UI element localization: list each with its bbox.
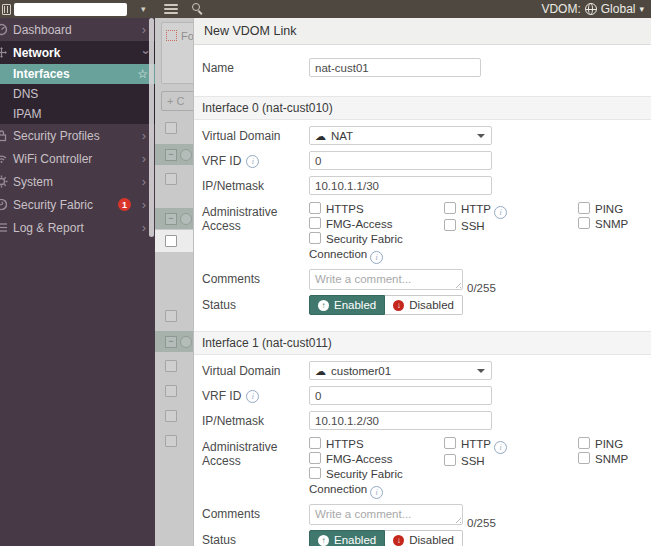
ping-checkbox[interactable] — [578, 437, 590, 449]
status-toggle: ↑ Enabled ↓ Disabled — [309, 295, 463, 315]
arrow-down-circle-icon: ↓ — [393, 535, 404, 546]
admin-access-label: Administrative Access — [202, 202, 309, 233]
chevron-right-icon: › — [142, 193, 146, 216]
security-fabric-connection-checkbox[interactable] — [309, 232, 321, 244]
fmg-access-checkbox[interactable] — [309, 217, 321, 229]
dropdown-caret-icon — [477, 369, 485, 373]
virtual-domain-select[interactable]: ☁ NAT — [309, 126, 492, 145]
virtual-domain-row: Virtual Domain ☁ customer01 — [194, 361, 651, 380]
sidebar: Dashboard › Network › Interfaces ☆ DNS I… — [0, 18, 155, 546]
new-vdom-link-panel: New VDOM Link Name Interface 0 (nat-cust… — [193, 18, 651, 546]
admin-access-row: Administrative Access HTTPS FMG-Access S… — [194, 437, 651, 499]
ip-netmask-input[interactable] — [309, 411, 492, 430]
status-toggle: ↑ Enabled ↓ Disabled — [309, 530, 463, 546]
comments-label: Comments — [202, 269, 309, 286]
checkbox-security-fabric-connection: Security Fabric Connectioni — [309, 232, 444, 264]
search-icon[interactable] — [192, 3, 204, 15]
sidebar-item-interfaces[interactable]: Interfaces ☆ — [0, 64, 155, 84]
checkbox-http: HTTPi — [444, 202, 578, 219]
vdom-cloud-icon: ☁ — [315, 131, 326, 141]
info-icon[interactable]: i — [494, 441, 507, 454]
name-input[interactable] — [309, 58, 481, 77]
virtual-domain-label: Virtual Domain — [202, 361, 309, 378]
checkbox-ping: PING — [578, 202, 651, 217]
background-table-row — [155, 356, 193, 376]
sidebar-item-ipam[interactable]: IPAM — [0, 104, 155, 124]
info-icon[interactable]: i — [246, 390, 259, 403]
grid-icon — [166, 30, 177, 41]
checkbox-ping: PING — [578, 437, 651, 452]
ping-checkbox[interactable] — [578, 202, 590, 214]
background-group-row: − — [155, 144, 193, 165]
comments-label: Comments — [202, 504, 309, 521]
info-icon[interactable]: i — [370, 486, 383, 499]
comments-textarea[interactable] — [309, 504, 463, 525]
fabric-icon — [0, 198, 8, 211]
device-caret-icon[interactable]: ▾ — [141, 3, 146, 16]
gear-icon — [0, 175, 8, 188]
vrf-id-input[interactable] — [309, 386, 492, 405]
status-label: Status — [202, 530, 309, 546]
virtual-domain-select[interactable]: ☁ customer01 — [309, 361, 492, 380]
info-icon[interactable]: i — [370, 251, 383, 264]
sidebar-item-wifi-controller[interactable]: WiFi Controller › — [0, 147, 155, 170]
background-table-row — [155, 169, 193, 189]
sidebar-item-network[interactable]: Network › — [0, 41, 155, 64]
menu-icon[interactable] — [164, 4, 178, 14]
sidebar-item-security-profiles[interactable]: Security Profiles › — [0, 124, 155, 147]
https-checkbox[interactable] — [309, 437, 321, 449]
checkbox-https: HTTPS — [309, 202, 444, 217]
device-icon — [2, 4, 11, 15]
sidebar-group-network: Network › Interfaces ☆ DNS IPAM — [0, 41, 155, 124]
background-table-row — [155, 306, 193, 326]
snmp-checkbox[interactable] — [578, 452, 590, 464]
info-icon[interactable]: i — [494, 206, 507, 219]
arrow-up-circle-icon: ↑ — [318, 535, 329, 546]
sidebar-item-dns[interactable]: DNS — [0, 84, 155, 104]
gauge-icon — [0, 23, 8, 36]
http-checkbox[interactable] — [444, 202, 456, 214]
vrf-id-input[interactable] — [309, 151, 492, 170]
disabled-button[interactable]: ↓ Disabled — [385, 295, 463, 315]
https-checkbox[interactable] — [309, 202, 321, 214]
sidebar-item-security-fabric[interactable]: Security Fabric 1 › — [0, 193, 155, 216]
dimmed-background-page: Fo + C − − − — [155, 18, 193, 546]
vdom-selector[interactable]: VDOM: Global ▾ — [541, 2, 644, 16]
background-table-row — [155, 406, 193, 426]
background-group-row: − — [155, 331, 193, 352]
sidebar-item-dashboard[interactable]: Dashboard › — [0, 18, 155, 41]
comments-textarea[interactable] — [309, 269, 463, 290]
sidebar-scrollbar[interactable] — [149, 18, 154, 237]
section-header-interface1: Interface 1 (nat-cust011) — [194, 331, 651, 355]
security-fabric-connection-checkbox[interactable] — [309, 467, 321, 479]
ip-netmask-input[interactable] — [309, 176, 492, 195]
disabled-button[interactable]: ↓ Disabled — [385, 530, 463, 546]
background-table-row — [155, 118, 193, 138]
info-icon[interactable]: i — [246, 155, 259, 168]
comments-row: Comments 0/255 — [194, 504, 651, 525]
star-pin-icon[interactable]: ☆ — [137, 67, 148, 81]
fmg-access-checkbox[interactable] — [309, 452, 321, 464]
chevron-right-icon: › — [142, 216, 146, 239]
ssh-checkbox[interactable] — [444, 219, 456, 231]
sidebar-item-system[interactable]: System › — [0, 170, 155, 193]
ip-netmask-row: IP/Netmask — [194, 411, 651, 430]
device-selector[interactable] — [14, 3, 127, 16]
checkbox-fmg-access: FMG-Access — [309, 217, 444, 232]
vrf-id-row: VRF ID i — [194, 386, 651, 405]
background-table-row — [155, 431, 193, 451]
checkbox-ssh: SSH — [444, 219, 578, 234]
section-header-interface0: Interface 0 (nat-cust010) — [194, 96, 651, 120]
ssh-checkbox[interactable] — [444, 454, 456, 466]
checkbox-http: HTTPi — [444, 437, 578, 454]
http-checkbox[interactable] — [444, 437, 456, 449]
panel-title: New VDOM Link — [194, 18, 651, 45]
status-label: Status — [202, 295, 309, 312]
globe-icon — [585, 3, 597, 15]
enabled-button[interactable]: ↑ Enabled — [309, 295, 385, 315]
enabled-button[interactable]: ↑ Enabled — [309, 530, 385, 546]
sidebar-item-log-report[interactable]: Log & Report › — [0, 216, 155, 239]
checkbox-snmp: SNMP — [578, 217, 651, 232]
status-row: Status ↑ Enabled ↓ Disabled — [194, 295, 651, 315]
snmp-checkbox[interactable] — [578, 217, 590, 229]
